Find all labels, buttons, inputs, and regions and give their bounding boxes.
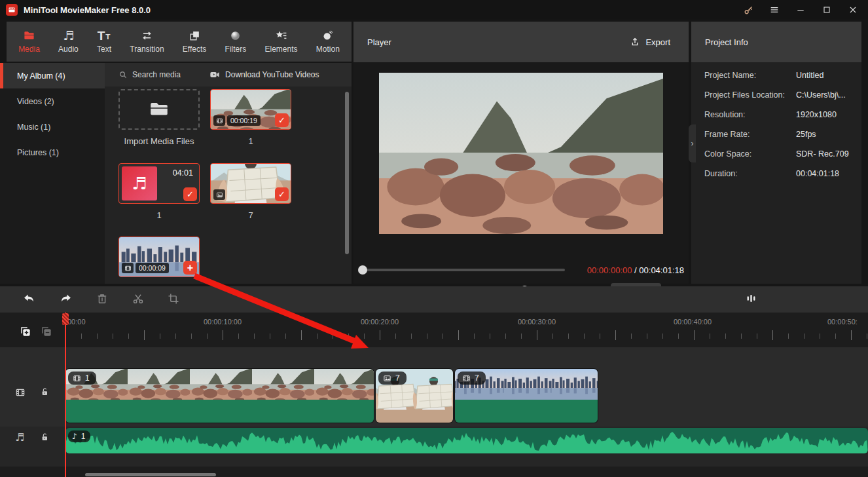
remove-track-icon[interactable]: [40, 325, 52, 337]
folder-icon: [148, 98, 170, 121]
sidebar-item-pictures[interactable]: Pictures (1): [0, 140, 105, 165]
project-info-panel: Project Info Project Name:Untitled Proje…: [691, 22, 861, 284]
clip-name: 1: [81, 432, 86, 441]
import-media-dropzone[interactable]: [118, 89, 200, 130]
playhead[interactable]: [65, 313, 66, 477]
delete-icon[interactable]: [96, 292, 109, 305]
timeline-clip-image-7[interactable]: 7: [376, 369, 453, 423]
project-info-title: Project Info: [705, 37, 748, 47]
tab-label: Effects: [183, 45, 206, 54]
close-icon[interactable]: [844, 2, 861, 18]
minimize-icon[interactable]: [792, 2, 809, 18]
media-item-music-1[interactable]: ♬ 04:01 ✓: [118, 163, 200, 204]
tab-text[interactable]: TT Text: [97, 29, 111, 54]
playhead-handle[interactable]: [62, 313, 69, 325]
music-note-icon: ♬: [132, 175, 147, 192]
effects-icon: [189, 29, 201, 42]
maximize-icon[interactable]: [818, 2, 835, 18]
media-item-video-2[interactable]: 00:00:09 +: [118, 237, 200, 277]
clip-audio-strip: [65, 400, 374, 423]
sidebar-item-music[interactable]: Music (1): [0, 114, 105, 140]
duration-badge: 00:00:09: [122, 263, 169, 273]
album-sidebar: My Album (4) Videos (2) Music (1) Pictur…: [0, 63, 105, 284]
timeline-clip-video-1[interactable]: 1: [65, 369, 374, 423]
undo-icon[interactable]: [22, 292, 36, 306]
tab-motion[interactable]: Motion: [316, 29, 340, 54]
menu-icon[interactable]: [766, 2, 783, 18]
tab-effects[interactable]: Effects: [183, 29, 206, 54]
text-icon: TT: [98, 29, 111, 42]
search-media-label: Search media: [132, 70, 181, 79]
license-key-icon[interactable]: [740, 2, 757, 18]
film-icon: [122, 263, 134, 273]
main-toolbar: Media ♬ Audio TT Text Transition Effects…: [7, 22, 352, 62]
search-media-button[interactable]: Search media: [118, 70, 181, 79]
tab-label: Elements: [265, 45, 298, 54]
audio-waveform: [65, 428, 868, 453]
zoom-fit-timeline-icon[interactable]: [745, 292, 757, 305]
selected-check-badge[interactable]: ✓: [275, 187, 289, 201]
clip-name: 1: [85, 373, 90, 383]
video-track-lock-icon[interactable]: [39, 387, 50, 397]
duration-badge: 00:00:19: [213, 115, 261, 126]
timeline-clip-music-1[interactable]: ♪ 1: [65, 428, 868, 453]
tab-label: Filters: [225, 45, 247, 54]
info-label: Project Name:: [704, 71, 756, 80]
info-label: Frame Rate:: [704, 130, 750, 139]
media-folder-icon: [23, 29, 35, 42]
tab-elements[interactable]: Elements: [265, 29, 298, 54]
export-icon: [630, 37, 640, 47]
duration-text: 00:00:09: [136, 263, 169, 273]
film-icon: [213, 115, 225, 126]
media-scrollbar[interactable]: [345, 92, 349, 254]
info-value: 25fps: [796, 130, 816, 139]
media-library-panel: Search media Download YouTube Videos Imp…: [105, 63, 352, 284]
music-note-icon: ♬: [63, 29, 74, 42]
crop-icon[interactable]: [167, 292, 180, 305]
sidebar-item-videos[interactable]: Videos (2): [0, 88, 105, 114]
film-icon: [462, 374, 471, 383]
timeline-horizontal-scrollbar[interactable]: [85, 473, 216, 476]
media-item-video-1[interactable]: 00:00:19 ✓: [210, 89, 291, 130]
info-row-files-location: Project Files Location:C:\Users\bj\...: [691, 90, 861, 110]
selected-check-badge[interactable]: ✓: [183, 187, 197, 201]
export-button[interactable]: Export: [630, 37, 670, 47]
tab-filters[interactable]: Filters: [225, 29, 247, 54]
audio-track-lock-icon[interactable]: [39, 432, 50, 442]
info-value: 1920x1080: [796, 110, 837, 119]
media-item-picture-7[interactable]: ✓: [210, 163, 291, 204]
tab-audio[interactable]: ♬ Audio: [58, 29, 79, 54]
timeline-clip-video-7[interactable]: 7: [455, 369, 598, 423]
add-track-icon[interactable]: [19, 325, 31, 337]
info-row-resolution: Resolution:1920x1080: [691, 110, 861, 130]
search-icon: [118, 70, 128, 79]
download-youtube-button[interactable]: Download YouTube Videos: [209, 69, 319, 80]
info-row-project-name: Project Name:Untitled: [691, 71, 861, 90]
music-art: ♬: [122, 166, 157, 200]
ruler-label: 00:00: [67, 318, 86, 326]
motion-icon: [321, 29, 334, 42]
split-scissors-icon[interactable]: [132, 292, 145, 305]
audio-track-icon: ♬: [15, 432, 24, 443]
tab-media[interactable]: Media: [18, 29, 40, 54]
info-value: Untitled: [796, 71, 823, 80]
music-note-icon: ♪: [72, 432, 77, 440]
sidebar-item-label: Videos (2): [17, 97, 54, 106]
youtube-download-icon: [209, 69, 220, 80]
selected-check-badge[interactable]: ✓: [275, 113, 289, 127]
tab-label: Motion: [316, 45, 340, 54]
clip-audio-strip: [455, 400, 598, 423]
sidebar-item-label: My Album (4): [17, 71, 65, 81]
redo-icon[interactable]: [59, 292, 73, 306]
info-label: Project Files Location:: [704, 90, 785, 100]
transition-arrows-icon: [141, 29, 153, 42]
sidebar-item-my-album[interactable]: My Album (4): [0, 63, 105, 88]
add-to-timeline-button[interactable]: +: [183, 261, 197, 275]
app-logo-icon: [6, 4, 18, 16]
collapse-panel-chevron[interactable]: ›: [689, 124, 696, 162]
clip-badge: 7: [458, 372, 486, 385]
tab-transition[interactable]: Transition: [130, 29, 164, 54]
timeline-toolbar: − +: [0, 286, 868, 313]
music-duration: 04:01: [173, 168, 193, 178]
clip-badge: 7: [378, 372, 407, 385]
